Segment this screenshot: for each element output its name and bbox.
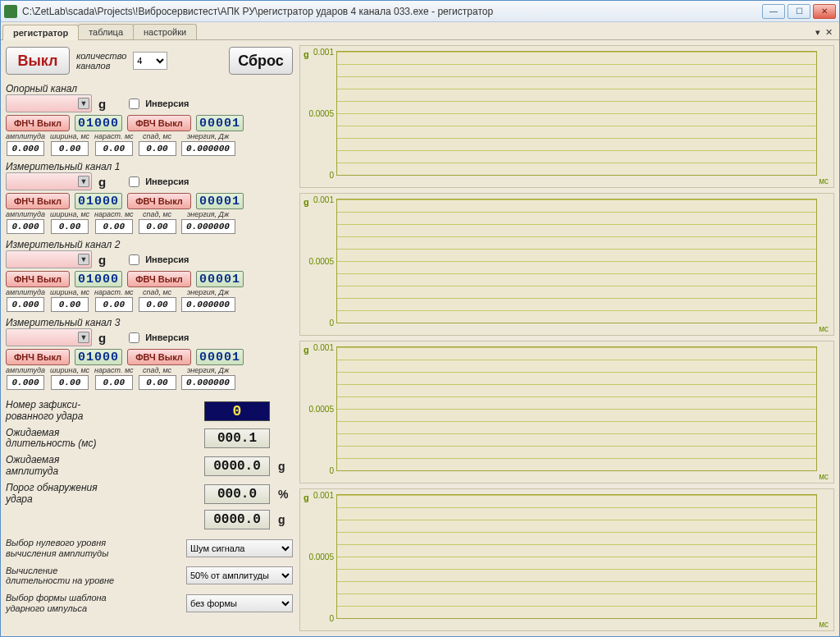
minimize-button[interactable]: — [762,4,785,19]
power-off-button[interactable]: Выкл [6,47,70,75]
tab-right-controls: ▾ ✕ [815,27,838,39]
width-level-label: Вычислениедлительности на уровне [6,566,180,586]
reset-button[interactable]: Сброс [229,47,293,75]
chevron-down-icon: ▼ [78,98,89,109]
chevron-down-icon: ▼ [78,176,89,187]
maximize-button[interactable]: ☐ [788,4,810,19]
zero-level-label: Выбор нулевого уровнявычисления амплитуд… [6,538,180,558]
channel-1-hpf-button[interactable]: ФВЧ Выкл [127,193,191,209]
channel-0-hpf-value[interactable]: 00001 [196,115,244,131]
shape-select[interactable]: без формы [186,594,293,612]
channel-2-inversion[interactable]: Инверсия [126,252,189,268]
zero-level-select[interactable]: Шум сигнала [186,539,293,557]
channel-1-title: Измерительный канал 1 [6,161,293,172]
tab-close-icon[interactable]: ✕ [825,27,833,38]
channel-1-hpf-value[interactable]: 00001 [196,193,244,209]
chart-2-plot[interactable]: 0.001 0.0005 0 [336,346,817,471]
channel-0-hpf-button[interactable]: ФВЧ Выкл [127,115,191,131]
channel-1-lpf-value[interactable]: 01000 [75,193,122,209]
channel-2: Измерительный канал 2 ▼ g Инверсия ФНЧ В… [6,237,293,312]
window-buttons: — ☐ ✕ [762,4,836,19]
channel-0: Опорный канал ▼ g Инверсия ФНЧ Выкл 0100… [6,81,293,156]
channel-0-unit: g [98,97,106,111]
close-button[interactable]: ✕ [813,4,836,19]
threshold-abs-value[interactable]: 0000.0 [204,510,270,529]
tab-bar: регистратор таблица настройки ▾ ✕ [1,22,839,40]
channel-0-lpf-value[interactable]: 01000 [75,115,122,131]
tab-registrator[interactable]: регистратор [2,25,79,40]
chart-1[interactable]: g мс 0.001 0.0005 0 [299,193,834,336]
hit-number-display: 0 [204,401,270,421]
combo-block: Выбор нулевого уровнявычисления амплитуд… [6,538,293,613]
app-icon [4,5,17,18]
channel-2-source-select[interactable]: ▼ [6,250,92,268]
channel-3-source-select[interactable]: ▼ [6,328,92,346]
chart-1-plot[interactable]: 0.001 0.0005 0 [336,199,817,323]
channel-3: Измерительный канал 3 ▼ g Инверсия ФНЧ В… [6,315,293,390]
window-title: C:\ZetLab\scada\Projects\!Вибросервистес… [22,6,762,17]
expected-amplitude-label: Ожидаемаяамплитуда [6,455,196,478]
channel-0-title: Опорный канал [6,83,293,94]
channel-3-inversion[interactable]: Инверсия [126,330,189,346]
tab-table[interactable]: таблица [78,24,134,39]
channel-0-lpf-button[interactable]: ФНЧ Выкл [6,115,70,131]
expected-amplitude-value[interactable]: 0000.0 [204,456,270,476]
channel-1: Измерительный канал 1 ▼ g Инверсия ФНЧ В… [6,159,293,234]
left-panel: Выкл количествоканалов 4 Сброс Опорный к… [6,45,293,631]
channel-0-fall: 0.00 [139,141,176,156]
channel-2-title: Измерительный канал 2 [6,239,293,250]
expected-duration-value[interactable]: 000.1 [204,428,270,448]
channel-0-inversion[interactable]: Инверсия [126,96,189,112]
channel-0-inversion-checkbox[interactable] [129,99,139,109]
charts-panel: g мс 0.001 0.0005 0 g мс [299,45,834,631]
channel-1-lpf-button[interactable]: ФНЧ Выкл [6,193,70,209]
chart-3[interactable]: g мс 0.001 0.0005 0 [299,488,834,631]
tab-menu-icon[interactable]: ▾ [815,27,820,38]
hit-number-label: Номер зафикси-рованного удара [6,400,196,423]
channel-count-label: количествоканалов [76,51,126,71]
channel-0-amp: 0.000 [7,141,44,156]
channel-0-source-select[interactable]: ▼ [6,94,92,112]
status-block: Номер зафикси-рованного удара 0 Ожидаема… [6,400,293,529]
top-controls: Выкл количествоканалов 4 Сброс [6,45,293,78]
channel-0-rise: 0.00 [95,141,133,156]
channel-1-source-select[interactable]: ▼ [6,172,92,190]
channel-count-select[interactable]: 4 [133,52,167,70]
chart-0[interactable]: g мс 0.001 0.0005 0 [299,45,834,188]
content: Выкл количествоканалов 4 Сброс Опорный к… [1,40,839,636]
channel-1-inversion[interactable]: Инверсия [126,174,189,190]
threshold-label: Порог обнаруженияудара [6,483,196,506]
tab-settings[interactable]: настройки [133,24,197,39]
shape-label: Выбор формы шаблонаударного импульса [6,593,180,613]
chart-3-plot[interactable]: 0.001 0.0005 0 [336,494,817,619]
width-level-select[interactable]: 50% от амплитуды [186,566,293,584]
chevron-down-icon: ▼ [78,254,89,265]
titlebar: C:\ZetLab\scada\Projects\!Вибросервистес… [1,1,839,22]
chevron-down-icon: ▼ [78,332,89,343]
chart-0-plot[interactable]: 0.001 0.0005 0 [336,51,817,176]
channel-0-energy: 0.000000 [181,141,235,156]
app-window: C:\ZetLab\scada\Projects\!Вибросервистес… [0,0,840,637]
expected-duration-label: Ожидаемаядлительность (мс) [6,428,196,451]
chart-2[interactable]: g мс 0.001 0.0005 0 [299,341,834,483]
channel-3-title: Измерительный канал 3 [6,317,293,328]
threshold-percent-value[interactable]: 000.0 [204,484,270,504]
channel-0-width: 0.00 [51,141,89,156]
